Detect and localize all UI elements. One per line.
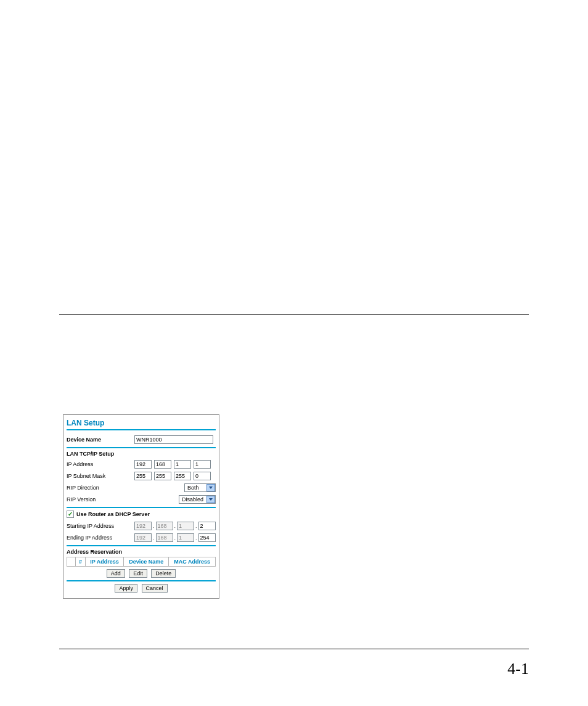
divider — [67, 545, 216, 546]
page-number: 4-1 — [507, 660, 529, 678]
starting-ip-octet-2 — [156, 522, 173, 530]
dot: . — [174, 522, 176, 530]
address-reservation-heading: Address Reservation — [67, 549, 216, 555]
table-col-select — [67, 557, 76, 567]
subnet-mask-octet-3[interactable] — [174, 472, 191, 480]
rip-direction-select[interactable]: Both — [184, 483, 216, 492]
apply-button[interactable]: Apply — [115, 584, 137, 593]
panel-title: LAN Setup — [67, 419, 216, 427]
device-name-input[interactable] — [134, 435, 213, 444]
ip-address-label: IP Address — [67, 461, 134, 467]
cancel-button[interactable]: Cancel — [142, 584, 168, 593]
lan-tcpip-heading: LAN TCP/IP Setup — [67, 451, 216, 457]
page-rule-top — [59, 314, 529, 315]
table-col-device: Device Name — [124, 557, 169, 567]
table-col-mac: MAC Address — [169, 557, 216, 567]
ending-ip-octet-2 — [156, 533, 173, 542]
subnet-mask-octet-2[interactable] — [154, 472, 171, 480]
subnet-mask-octet-4[interactable] — [194, 472, 211, 480]
divider — [67, 507, 216, 508]
ending-ip-label: Ending IP Address — [67, 535, 134, 541]
divider — [67, 429, 216, 430]
ending-ip-octet-4[interactable] — [198, 533, 216, 542]
device-name-label: Device Name — [67, 437, 134, 443]
address-reservation-table: # IP Address Device Name MAC Address — [67, 557, 216, 567]
rip-version-value: Disabled — [179, 496, 206, 503]
use-router-dhcp-label: Use Router as DHCP Server — [76, 511, 150, 517]
divider — [67, 447, 216, 448]
dot: . — [195, 533, 197, 542]
chevron-down-icon — [206, 496, 215, 503]
rip-direction-label: RIP Direction — [67, 485, 134, 491]
subnet-mask-label: IP Subnet Mask — [67, 473, 134, 479]
rip-version-select[interactable]: Disabled — [179, 495, 216, 504]
ip-address-octet-2[interactable] — [154, 460, 171, 469]
ip-address-octet-4[interactable] — [194, 460, 211, 469]
delete-button[interactable]: Delete — [151, 569, 176, 578]
lan-setup-panel: LAN Setup Device Name LAN TCP/IP Setup I… — [63, 414, 219, 599]
edit-button[interactable]: Edit — [129, 569, 147, 578]
divider — [67, 580, 216, 581]
starting-ip-octet-1 — [134, 522, 152, 530]
use-router-dhcp-checkbox[interactable]: ✓ — [67, 511, 74, 518]
starting-ip-octet-4[interactable] — [198, 522, 216, 530]
table-col-ip: IP Address — [86, 557, 124, 567]
starting-ip-label: Starting IP Address — [67, 523, 134, 529]
ip-address-octet-3[interactable] — [174, 460, 191, 469]
dot: . — [174, 533, 176, 542]
page-rule-bottom — [59, 649, 529, 649]
check-icon: ✓ — [68, 511, 73, 517]
dot: . — [195, 522, 197, 530]
ending-ip-octet-1 — [134, 533, 152, 542]
rip-direction-value: Both — [185, 485, 206, 491]
subnet-mask-octet-1[interactable] — [134, 472, 152, 480]
rip-version-label: RIP Version — [67, 496, 134, 503]
starting-ip-octet-3 — [177, 522, 194, 530]
dot: . — [153, 522, 155, 530]
dot: . — [153, 533, 155, 542]
table-col-hash: # — [76, 557, 86, 567]
ip-address-octet-1[interactable] — [134, 460, 152, 469]
ending-ip-octet-3 — [177, 533, 194, 542]
add-button[interactable]: Add — [107, 569, 125, 578]
chevron-down-icon — [206, 484, 215, 491]
